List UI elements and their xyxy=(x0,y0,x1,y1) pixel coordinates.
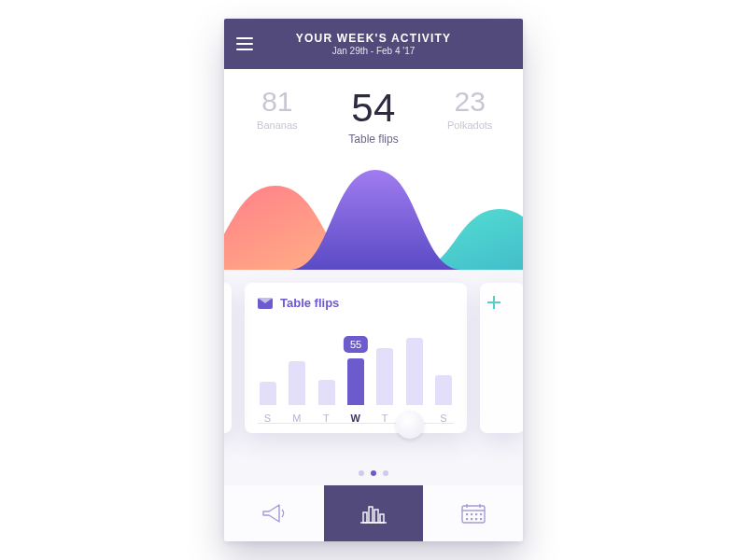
pager-dot[interactable] xyxy=(383,470,388,476)
area-chart xyxy=(224,162,523,270)
hamburger-icon xyxy=(236,43,253,45)
cards-carousel[interactable]: Table flips SMTWTFS55 xyxy=(224,270,523,485)
svg-rect-15 xyxy=(475,518,477,520)
bottom-nav xyxy=(224,485,523,541)
card-next-peek[interactable] xyxy=(480,283,523,433)
svg-rect-12 xyxy=(480,513,482,515)
svg-rect-16 xyxy=(480,518,482,520)
bar-chart-icon xyxy=(359,503,388,524)
pager-dots xyxy=(224,470,523,476)
bar-col[interactable]: W xyxy=(345,358,365,424)
bar-tooltip: 55 xyxy=(344,336,368,353)
stat-polkadots[interactable]: 23 Polkadots xyxy=(422,86,517,131)
megaphone-icon xyxy=(261,503,287,524)
svg-rect-14 xyxy=(471,518,472,520)
pager-dot[interactable] xyxy=(359,470,364,476)
stat-tableflips-label: Table flips xyxy=(326,133,421,146)
svg-rect-13 xyxy=(466,518,468,520)
day-label: S xyxy=(264,413,272,424)
bar-col[interactable]: S xyxy=(434,375,454,424)
bar-col[interactable]: T xyxy=(317,380,336,424)
svg-rect-10 xyxy=(471,513,472,515)
nav-announce[interactable] xyxy=(224,485,324,541)
app-header: YOUR WEEK'S ACTIVITY Jan 29th - Feb 4 '1… xyxy=(224,19,523,69)
calendar-icon xyxy=(461,503,486,524)
touch-indicator xyxy=(396,411,424,439)
stat-tableflips[interactable]: 54 Table flips xyxy=(326,86,421,146)
card-prev-peek[interactable] xyxy=(224,283,232,433)
day-label: T xyxy=(323,413,330,424)
svg-rect-9 xyxy=(466,513,468,515)
bar-col[interactable]: M xyxy=(287,361,306,424)
page-title: YOUR WEEK'S ACTIVITY xyxy=(224,32,523,45)
card-tableflips[interactable]: Table flips SMTWTFS55 xyxy=(245,283,467,433)
stat-tableflips-value: 54 xyxy=(326,86,421,131)
app-screen: YOUR WEEK'S ACTIVITY Jan 29th - Feb 4 '1… xyxy=(224,19,523,541)
bar-col[interactable]: S xyxy=(258,382,277,424)
bar xyxy=(318,380,335,405)
stat-bananas[interactable]: 81 Bananas xyxy=(230,86,325,131)
svg-rect-11 xyxy=(475,513,477,515)
nav-charts[interactable] xyxy=(324,485,424,541)
summary-panel: 81 Bananas 54 Table flips 23 Polkadots xyxy=(224,69,523,270)
bar xyxy=(435,375,452,405)
stat-polkadots-label: Polkadots xyxy=(422,119,517,131)
bar-col[interactable]: T xyxy=(375,348,395,424)
day-label: S xyxy=(440,413,447,424)
pager-dot[interactable] xyxy=(371,470,376,476)
day-label: T xyxy=(382,413,388,424)
svg-rect-1 xyxy=(363,512,367,523)
bar xyxy=(260,382,276,405)
nav-calendar[interactable] xyxy=(423,485,523,541)
bar xyxy=(289,361,305,405)
stat-polkadots-value: 23 xyxy=(422,86,517,118)
svg-rect-3 xyxy=(374,510,378,523)
mail-icon xyxy=(258,298,273,309)
menu-button[interactable] xyxy=(224,23,265,64)
card-title: Table flips xyxy=(280,296,339,310)
bar xyxy=(347,358,364,405)
svg-rect-4 xyxy=(380,514,384,523)
day-label: M xyxy=(292,413,302,424)
svg-rect-2 xyxy=(369,507,373,523)
day-label: W xyxy=(351,413,361,424)
stat-bananas-label: Bananas xyxy=(230,119,325,131)
date-range: Jan 29th - Feb 4 '17 xyxy=(224,46,523,56)
stat-bananas-value: 81 xyxy=(230,86,325,118)
bar xyxy=(406,338,423,405)
bar-chart: SMTWTFS55 xyxy=(258,319,454,424)
bar xyxy=(376,348,393,405)
